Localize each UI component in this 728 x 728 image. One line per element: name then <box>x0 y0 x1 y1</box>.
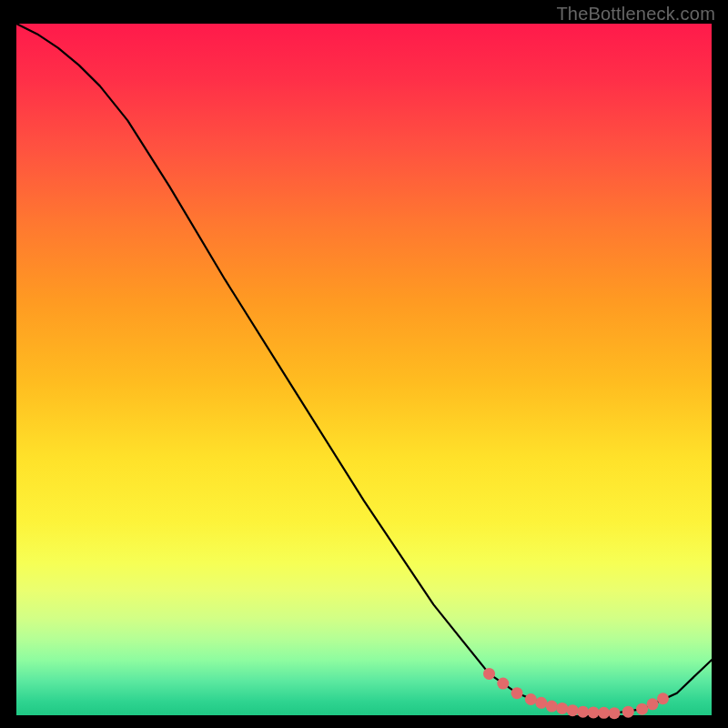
highlight-dot <box>567 704 579 716</box>
highlight-dot <box>598 707 610 719</box>
highlight-dots <box>483 668 669 719</box>
highlight-dot <box>546 701 558 713</box>
plot-area <box>16 24 712 715</box>
highlight-dot <box>609 707 621 719</box>
highlight-dot <box>483 668 495 680</box>
highlight-dot <box>497 678 509 690</box>
highlight-dot <box>577 706 589 718</box>
chart-frame: TheBottleneck.com <box>0 0 728 728</box>
highlight-dot <box>535 697 547 709</box>
highlight-dot <box>657 693 669 704</box>
highlight-dot <box>511 687 523 699</box>
highlight-dot <box>588 706 600 718</box>
bottleneck-curve <box>16 24 712 713</box>
highlight-dot <box>556 703 568 714</box>
attribution-text: TheBottleneck.com <box>556 4 715 25</box>
highlight-dot <box>636 703 648 715</box>
highlight-dot <box>647 698 659 710</box>
highlight-dot <box>525 693 537 705</box>
highlight-dot <box>622 706 634 718</box>
curve-layer <box>16 24 712 715</box>
